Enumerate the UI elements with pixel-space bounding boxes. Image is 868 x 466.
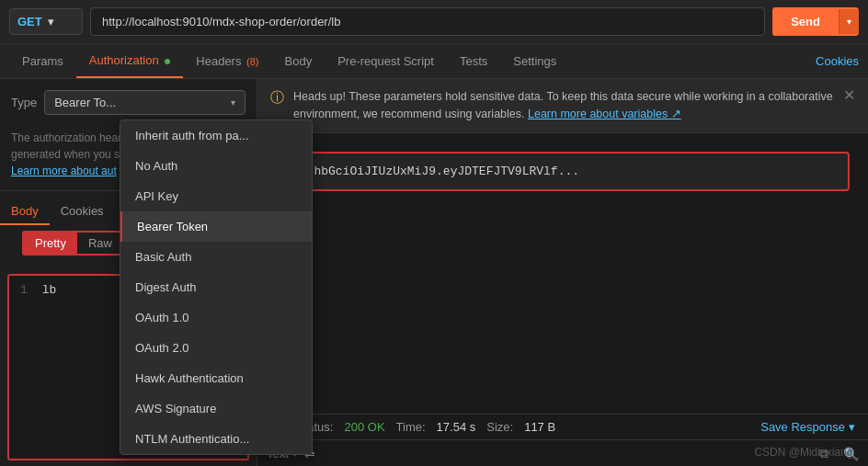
type-dropdown[interactable]: Bearer To... ▾: [44, 90, 246, 115]
dropdown-item-basic-auth[interactable]: Basic Auth: [120, 242, 312, 272]
auth-type-dropdown-menu: Inherit auth from pa... No Auth API Key …: [120, 119, 313, 455]
token-area: eyJhbGciOiJIUzUxMiJ9.eyJDTEFJTV9LRVlf...: [257, 133, 868, 415]
auth-learn-more-link[interactable]: Learn more about aut: [11, 165, 117, 177]
warning-close-icon[interactable]: ✕: [843, 88, 855, 103]
type-label: Type: [11, 96, 37, 109]
tabs-bar: Params Authorization Headers (8) Body Pr…: [0, 44, 868, 79]
raw-button[interactable]: Raw: [77, 233, 123, 254]
warning-learn-more-link[interactable]: Learn more about variables ↗: [528, 108, 681, 120]
dropdown-item-ntlm[interactable]: NTLM Authenticatio...: [120, 424, 312, 454]
tab-params[interactable]: Params: [9, 45, 76, 77]
watermark: CSDN @Midiexiang_: [754, 446, 859, 459]
cookies-link[interactable]: Cookies: [816, 54, 859, 68]
send-btn-group: Send ▾: [772, 7, 859, 36]
line-number: 1: [20, 283, 28, 297]
size-value: 117 B: [524, 420, 555, 434]
dropdown-item-aws[interactable]: AWS Signature: [120, 393, 312, 424]
dropdown-item-hawk[interactable]: Hawk Authentication: [120, 363, 312, 393]
dropdown-item-api-key[interactable]: API Key: [120, 181, 312, 211]
tab-tests[interactable]: Tests: [447, 45, 500, 77]
send-dropdown-button[interactable]: ▾: [839, 9, 859, 34]
type-row: Type Bearer To... ▾: [0, 79, 257, 122]
dropdown-item-oauth1[interactable]: OAuth 1.0: [120, 302, 312, 333]
tab-pre-request-script[interactable]: Pre-request Script: [325, 45, 447, 77]
inner-tab-cookies[interactable]: Cookies: [50, 199, 115, 225]
warning-text: Heads up! These parameters hold sensitiv…: [293, 88, 834, 123]
method-label: GET: [17, 15, 42, 28]
right-panel: ⓘ Heads up! These parameters hold sensit…: [257, 79, 868, 466]
dropdown-item-bearer-token[interactable]: Bearer Token: [120, 211, 312, 242]
type-dropdown-text: Bearer To...: [54, 96, 116, 109]
tab-body[interactable]: Body: [272, 45, 326, 77]
status-value: 200 OK: [344, 420, 384, 434]
line-content: lb: [42, 283, 57, 297]
authorization-dot: [165, 59, 170, 64]
save-response-arrow-icon: ▾: [849, 420, 855, 434]
tab-settings[interactable]: Settings: [500, 45, 569, 77]
pretty-button[interactable]: Pretty: [24, 233, 77, 254]
tab-authorization[interactable]: Authorization: [76, 44, 184, 78]
type-dropdown-arrow-icon: ▾: [231, 97, 235, 108]
save-response-button[interactable]: Save Response ▾: [760, 420, 855, 434]
dropdown-item-digest-auth[interactable]: Digest Auth: [120, 272, 312, 302]
method-arrow-icon: ▾: [48, 15, 54, 28]
method-select[interactable]: GET ▾: [9, 8, 83, 35]
inner-tab-body[interactable]: Body: [0, 199, 50, 225]
dropdown-item-inherit[interactable]: Inherit auth from pa...: [120, 120, 312, 151]
dropdown-item-no-auth[interactable]: No Auth: [120, 151, 312, 181]
token-input[interactable]: eyJhbGciOiJIUzUxMiJ9.eyJDTEFJTV9LRVlf...: [276, 152, 850, 191]
tab-headers[interactable]: Headers (8): [183, 45, 271, 77]
url-input[interactable]: [90, 7, 765, 36]
status-bar: 🌐 Status: 200 OK Time: 17.54 s Size: 117…: [257, 414, 868, 440]
top-bar: GET ▾ Send ▾: [0, 0, 868, 44]
warning-banner: ⓘ Heads up! These parameters hold sensit…: [257, 79, 868, 133]
time-label-text: Time:: [396, 420, 426, 434]
size-label-text: Size:: [486, 420, 513, 434]
dropdown-item-oauth2[interactable]: OAuth 2.0: [120, 333, 312, 363]
warning-icon: ⓘ: [270, 89, 284, 107]
send-button[interactable]: Send: [772, 7, 839, 36]
time-value: 17.54 s: [437, 420, 476, 434]
